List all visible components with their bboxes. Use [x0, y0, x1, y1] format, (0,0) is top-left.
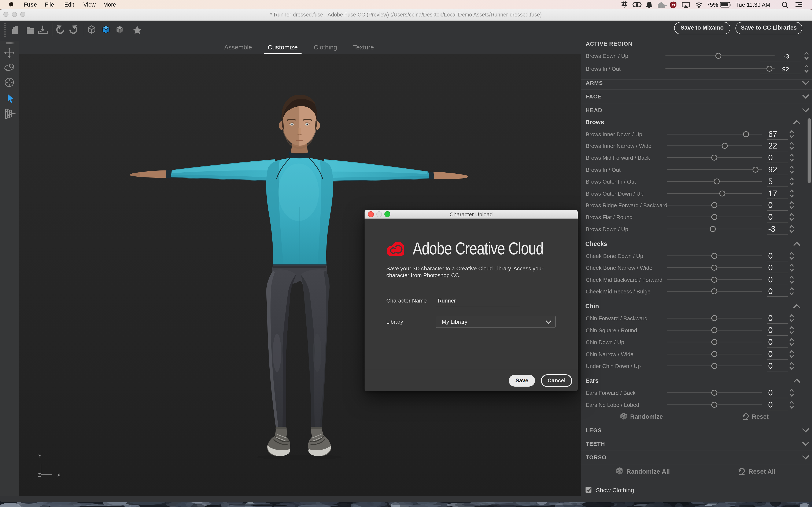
- svg-text:HEAD: HEAD: [586, 107, 602, 113]
- svg-text:0: 0: [768, 287, 773, 296]
- svg-text:LEGS: LEGS: [586, 427, 602, 434]
- svg-text:Brows: Brows: [585, 119, 604, 125]
- svg-text:17: 17: [768, 189, 777, 198]
- svg-text:Randomize: Randomize: [630, 413, 663, 420]
- svg-text:22: 22: [768, 141, 777, 150]
- svg-text:0: 0: [768, 275, 773, 284]
- svg-text:0: 0: [768, 338, 773, 346]
- svg-text:Brows Outer In / Out: Brows Outer In / Out: [586, 178, 636, 185]
- svg-text:Y: Y: [39, 454, 41, 459]
- svg-text:75%: 75%: [707, 2, 718, 8]
- svg-text:Chin Square / Round: Chin Square / Round: [586, 327, 637, 334]
- svg-text:Chin Forward / Backward: Chin Forward / Backward: [586, 315, 648, 322]
- svg-text:Tue 11:39 AM: Tue 11:39 AM: [735, 2, 770, 8]
- svg-text:Cheek Bone Narrow / Wide: Cheek Bone Narrow / Wide: [586, 265, 652, 271]
- svg-text:Reset: Reset: [752, 413, 769, 420]
- svg-text:ACTIVE REGION: ACTIVE REGION: [586, 41, 632, 47]
- svg-text:0: 0: [768, 361, 773, 370]
- svg-text:Cheek Bone Down / Up: Cheek Bone Down / Up: [586, 253, 643, 259]
- svg-text:Brows Down / Up: Brows Down / Up: [586, 226, 628, 232]
- svg-text:Z: Z: [38, 473, 41, 478]
- svg-text:0: 0: [768, 153, 773, 162]
- svg-text:X: X: [57, 473, 60, 478]
- svg-text:Brows Ridge Forward / Backward: Brows Ridge Forward / Backward: [586, 202, 667, 209]
- svg-text:Reset All: Reset All: [749, 468, 775, 475]
- svg-text:Chin: Chin: [585, 303, 599, 309]
- svg-text:Ears: Ears: [585, 377, 599, 384]
- svg-text:0: 0: [768, 388, 773, 397]
- svg-text:Chin Narrow / Wide: Chin Narrow / Wide: [586, 351, 633, 357]
- svg-text:Chin Down / Up: Chin Down / Up: [586, 339, 624, 345]
- svg-text:Randomize All: Randomize All: [626, 468, 670, 475]
- svg-text:FACE: FACE: [586, 93, 601, 100]
- svg-text:Brows Outer Down / Up: Brows Outer Down / Up: [586, 190, 644, 197]
- svg-text:92: 92: [768, 165, 777, 174]
- svg-text:0: 0: [768, 251, 773, 260]
- svg-text:Brows In / Out: Brows In / Out: [586, 167, 621, 173]
- svg-text:Brows In / Out: Brows In / Out: [586, 66, 621, 72]
- svg-text:Ears No Lobe / Lobed: Ears No Lobe / Lobed: [586, 402, 639, 408]
- svg-text:0: 0: [768, 314, 773, 323]
- svg-text:0: 0: [768, 400, 773, 409]
- svg-text:Brows Down / Up: Brows Down / Up: [586, 53, 628, 59]
- svg-text:-3: -3: [783, 53, 789, 60]
- svg-text:Cheeks: Cheeks: [585, 240, 607, 247]
- svg-text:Show Clothing: Show Clothing: [596, 487, 634, 494]
- svg-text:Brows Mid Forward / Back: Brows Mid Forward / Back: [586, 155, 650, 161]
- svg-text:TORSO: TORSO: [586, 454, 606, 460]
- svg-text:92: 92: [782, 66, 789, 73]
- svg-text:0: 0: [768, 326, 773, 335]
- svg-text:Brows Inner Down / Up: Brows Inner Down / Up: [586, 131, 642, 137]
- svg-text:0: 0: [768, 201, 773, 210]
- svg-text:0: 0: [768, 263, 773, 272]
- svg-text:Cheek Mid Backward / Forward: Cheek Mid Backward / Forward: [586, 277, 662, 283]
- svg-text:0: 0: [768, 350, 773, 358]
- svg-text:0: 0: [768, 213, 773, 221]
- svg-text:Under Chin Down / Up: Under Chin Down / Up: [586, 363, 641, 369]
- svg-text:ARMS: ARMS: [586, 80, 603, 86]
- svg-text:67: 67: [768, 130, 777, 138]
- svg-text:5: 5: [768, 177, 773, 186]
- svg-text:-3: -3: [768, 225, 775, 233]
- svg-text:Brows Inner Narrow / Wide: Brows Inner Narrow / Wide: [586, 143, 652, 149]
- svg-text:TEETH: TEETH: [586, 441, 605, 447]
- svg-text:Brows Flat / Round: Brows Flat / Round: [586, 214, 632, 220]
- svg-text:Cheek Mid Recess / Bulge: Cheek Mid Recess / Bulge: [586, 288, 651, 295]
- svg-text:Ears Forward / Back: Ears Forward / Back: [586, 390, 636, 396]
